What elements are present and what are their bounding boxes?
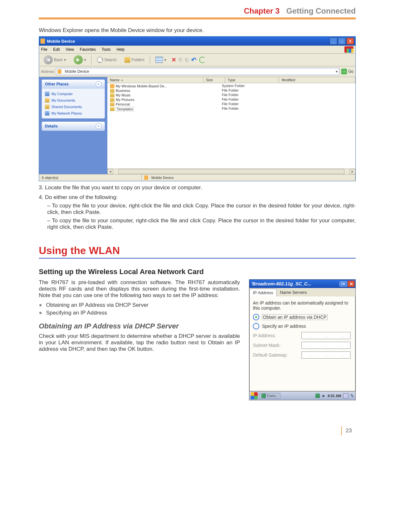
file-row[interactable]: My MusicFile Folder <box>107 93 355 97</box>
close-button[interactable]: ✕ <box>348 281 355 287</box>
sip-icon[interactable]: ✎ <box>350 393 354 398</box>
close-button[interactable]: X <box>346 38 354 45</box>
search-button[interactable]: Search <box>94 56 119 64</box>
horizontal-scrollbar[interactable]: ◄ ► <box>107 169 355 174</box>
file-row[interactable]: TemplatesFile Folder <box>107 106 355 112</box>
scroll-left-icon[interactable]: ◄ <box>107 169 113 174</box>
network-icon <box>45 111 49 116</box>
views-icon <box>155 57 163 63</box>
panel-header[interactable]: Other Places « <box>42 80 105 89</box>
sidebar-item-my-computer[interactable]: My Computer <box>45 91 102 97</box>
panel-title: Other Places <box>45 82 69 86</box>
views-button[interactable]: ▾ <box>153 56 169 64</box>
sidebar-item-network-places[interactable]: My Network Places <box>45 110 102 116</box>
screen-icon[interactable] <box>343 393 348 398</box>
file-type: File Folder <box>219 102 270 106</box>
tab-ip-address[interactable]: IP Address <box>249 289 277 296</box>
col-modified[interactable]: Modified <box>279 77 355 83</box>
paragraph: Check with your MIS department to determ… <box>39 333 240 352</box>
col-label: Name <box>110 78 119 82</box>
menu-favorites[interactable]: Favorites <box>80 47 96 52</box>
status-location: Mobile Device <box>142 174 355 181</box>
collapse-icon[interactable]: « <box>96 81 102 87</box>
field-subnet-mask: Subnet Mask: ... <box>253 342 352 349</box>
col-size[interactable]: Size <box>203 77 225 83</box>
separator <box>150 55 150 64</box>
file-name: Business <box>116 89 130 93</box>
menu-edit[interactable]: Edit <box>53 47 60 52</box>
scroll-track[interactable] <box>118 169 344 174</box>
radio-dhcp[interactable]: Obtain an IP address via DHCP <box>253 314 352 320</box>
sidebar-item-my-documents[interactable]: My Documents <box>45 97 102 104</box>
toolbar: ◄ Back ▾ ► ▾ Search Folders ▾ ✕ ⎘ <box>39 54 355 66</box>
chevron-down-icon: ▾ <box>164 58 166 62</box>
file-row[interactable]: PersonalFile Folder <box>107 102 355 106</box>
mask-input[interactable]: ... <box>301 342 351 349</box>
copy-to-button[interactable]: ⎘ <box>179 57 182 63</box>
maximize-button[interactable]: □ <box>338 38 346 45</box>
file-type: System Folder <box>219 84 270 88</box>
radio-specify[interactable]: Specify an IP address <box>253 323 352 329</box>
status-bar: 6 object(s) Mobile Device <box>39 174 355 181</box>
titlebar: Mobile Device _ □ X <box>39 37 355 46</box>
status-text: Mobile Device <box>151 176 174 180</box>
delete-button[interactable]: ✕ <box>171 56 176 63</box>
dialog-tabs: IP Address Name Servers <box>249 288 355 296</box>
left-column: The RH767 is pre-loaded with connection … <box>39 279 240 400</box>
dialog-message: An IP address can be automatically assig… <box>253 300 352 311</box>
step-4a: – To copy the file to your device, right… <box>47 203 356 216</box>
file-row[interactable]: My PicturesFile Folder <box>107 97 355 102</box>
field-ip-address: IP Address: ... <box>253 332 352 339</box>
file-name: My Pictures <box>116 98 134 102</box>
ok-button[interactable]: OK <box>340 282 347 286</box>
folders-button[interactable]: Folders <box>122 56 147 64</box>
file-row[interactable]: My Windows Mobile-Based De...System Fold… <box>107 84 355 88</box>
sidebar-item-shared-documents[interactable]: Shared Documents <box>45 104 102 110</box>
expand-icon[interactable]: » <box>96 123 102 129</box>
header-rule <box>39 17 356 19</box>
bullet-item: ● Obtaining an IP Address via DHCP Serve… <box>39 302 240 308</box>
menu-file[interactable]: File <box>41 47 47 52</box>
menu-view[interactable]: View <box>66 47 74 52</box>
back-label: Back <box>54 58 63 62</box>
tab-name-servers[interactable]: Name Servers <box>277 289 310 296</box>
step-3: 3. Locate the file that you want to copy… <box>39 184 356 191</box>
forward-button[interactable]: ► ▾ <box>71 54 89 65</box>
search-icon <box>97 57 103 63</box>
right-column: 'Broadcom-802.11g_SC_C... OK ✕ IP Addres… <box>249 279 356 400</box>
ip-input[interactable]: ... <box>301 332 351 339</box>
col-type[interactable]: Type <box>225 77 279 83</box>
panel-header[interactable]: Details » <box>42 122 105 131</box>
paragraph: The RH767 is pre-loaded with connection … <box>39 279 240 299</box>
start-icon[interactable] <box>251 392 258 399</box>
network-icon[interactable] <box>315 393 320 398</box>
col-name[interactable]: Name ▲ <box>107 77 203 83</box>
speaker-icon[interactable]: ► <box>322 393 326 398</box>
chevron-down-icon[interactable]: ▾ <box>336 69 338 74</box>
device-icon <box>40 39 45 44</box>
sidebar-details: Details » <box>42 122 105 131</box>
radio-label: Specify an IP address <box>262 324 306 329</box>
minimize-button[interactable]: _ <box>330 38 337 45</box>
bullet-text: Specifying an IP Address <box>46 310 107 316</box>
file-pane: Name ▲ Size Type Modified My Windows Mob… <box>107 77 355 174</box>
system-tray: ► 8:51 AM ✎ <box>314 393 355 398</box>
file-row[interactable]: BusinessFile Folder <box>107 88 355 93</box>
file-name: Personal <box>116 102 130 106</box>
menu-help[interactable]: Help <box>116 47 125 52</box>
back-button[interactable]: ◄ Back ▾ <box>41 54 69 65</box>
search-label: Search <box>104 58 117 62</box>
item-label: My Network Places <box>51 111 82 115</box>
mobile-dialog: 'Broadcom-802.11g_SC_C... OK ✕ IP Addres… <box>249 279 356 400</box>
go-button[interactable]: → Go <box>341 69 353 74</box>
undo-button[interactable]: ↶ <box>191 56 197 64</box>
move-to-button[interactable]: ⎗ <box>185 57 189 63</box>
address-field[interactable]: Mobile Device ▾ <box>56 68 339 75</box>
menu-tools[interactable]: Tools <box>102 47 111 52</box>
scroll-right-icon[interactable]: ► <box>350 169 355 174</box>
refresh-button[interactable] <box>199 57 206 63</box>
column-headers: Name ▲ Size Type Modified <box>107 77 355 83</box>
taskbar-item[interactable]: Conn... <box>259 393 280 399</box>
gateway-input[interactable]: ... <box>301 351 351 359</box>
bullet-icon: ● <box>39 310 42 316</box>
